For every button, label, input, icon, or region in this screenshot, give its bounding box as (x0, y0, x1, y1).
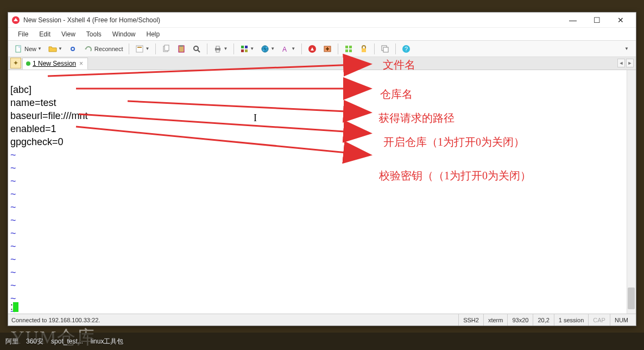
status-dot-icon (26, 61, 30, 66)
menu-help[interactable]: Help (141, 29, 166, 40)
scrollbar[interactable] (627, 70, 636, 314)
terminal-content: [abc] name=test baseurl=file:///mnt enab… (8, 70, 636, 314)
menu-tools[interactable]: Tools (81, 29, 107, 40)
tab-label: 1 New Session (33, 60, 76, 67)
svg-rect-23 (349, 46, 352, 48)
tile-icon (344, 45, 353, 53)
svg-rect-25 (349, 49, 352, 52)
taskbar-item[interactable]: spot_test... (51, 338, 83, 345)
terminal[interactable]: [abc] name=test baseurl=file:///mnt enab… (8, 70, 636, 314)
svg-rect-3 (136, 46, 143, 52)
print-button[interactable]: ▼ (211, 43, 230, 55)
term-tilde: ~ (10, 202, 16, 212)
copy-icon (162, 45, 171, 53)
reconnect-button[interactable]: Reconnect (81, 43, 126, 55)
paste-icon (177, 45, 186, 53)
svg-rect-2 (18, 46, 21, 48)
svg-rect-15 (245, 46, 248, 48)
tile-button[interactable] (342, 43, 356, 55)
session-tab[interactable]: 1 New Session × (22, 58, 88, 70)
color-icon (240, 45, 249, 53)
menu-view[interactable]: View (56, 29, 81, 40)
status-size: 93x20 (507, 314, 533, 326)
term-line: name=test (10, 97, 56, 108)
toolbar-separator (395, 43, 396, 54)
menu-file[interactable]: File (12, 29, 34, 40)
globe-icon (261, 45, 269, 53)
tab-scroll-left[interactable]: ◄ (617, 59, 625, 67)
menu-window[interactable]: Window (107, 29, 141, 40)
new-button[interactable]: New ▼ (11, 43, 45, 55)
xshell-button[interactable] (305, 43, 319, 55)
toolbar-separator (374, 43, 375, 54)
reconnect-label: Reconnect (94, 46, 123, 52)
svg-rect-26 (362, 48, 366, 52)
svg-rect-8 (180, 45, 183, 47)
printer-icon (213, 45, 222, 53)
search-icon (192, 45, 201, 53)
svg-rect-24 (345, 49, 348, 52)
term-line: gpgcheck=0 (10, 136, 64, 147)
svg-point-9 (194, 46, 198, 51)
toolbar-separator (301, 43, 302, 54)
close-button[interactable]: ✕ (609, 12, 633, 28)
toolbar-separator (207, 43, 207, 54)
term-tilde: ~ (10, 189, 16, 199)
font-button[interactable]: A▼ (279, 43, 298, 55)
taskbar-item[interactable]: 阿里 (5, 337, 18, 346)
menubar: File Edit View Tools Window Help (8, 28, 636, 41)
help-icon: ? (402, 45, 411, 53)
svg-rect-13 (216, 50, 219, 52)
titlebar: New Session - Xshell 4 (Free for Home/Sc… (8, 12, 636, 28)
color-button[interactable]: ▼ (237, 43, 257, 55)
window-title: New Session - Xshell 4 (Free for Home/Sc… (23, 16, 561, 24)
svg-text:?: ? (405, 46, 408, 52)
status-cap: CAP (588, 314, 610, 326)
term-tilde: ~ (10, 241, 16, 252)
menu-edit[interactable]: Edit (34, 29, 56, 40)
cascade-button[interactable] (378, 43, 392, 55)
reconnect-icon (84, 45, 93, 53)
find-button[interactable] (190, 43, 204, 55)
xftp-button[interactable] (320, 43, 334, 55)
status-connected: Connected to 192.168.100.33:22. (11, 317, 100, 323)
term-line: enabled=1 (10, 123, 56, 134)
properties-button[interactable]: ▼ (132, 43, 152, 55)
scrollbar-thumb[interactable] (628, 288, 635, 309)
tab-scroll-right[interactable]: ► (626, 59, 634, 67)
new-button-label: New (24, 46, 36, 52)
paste-button[interactable] (174, 43, 188, 55)
svg-rect-14 (241, 46, 244, 48)
status-pos: 20,2 (533, 314, 553, 326)
add-tab-button[interactable]: ✦ (10, 58, 21, 68)
minimize-button[interactable]: — (561, 12, 585, 28)
help-button[interactable]: ? (399, 43, 413, 55)
copy-button[interactable] (159, 43, 173, 55)
link-icon (69, 45, 78, 53)
term-tilde: ~ (10, 228, 16, 239)
svg-text:A: A (282, 46, 287, 53)
open-button[interactable]: ▼ (46, 43, 65, 55)
svg-line-10 (198, 50, 200, 52)
link-button[interactable] (66, 43, 80, 55)
svg-rect-6 (165, 45, 169, 51)
toolbar-separator (338, 43, 338, 54)
tab-close-button[interactable]: × (78, 60, 84, 67)
toolbar-overflow[interactable]: ▼ (621, 43, 633, 55)
term-tilde: ~ (10, 149, 16, 160)
maximize-button[interactable]: ☐ (585, 12, 609, 28)
statusbar: Connected to 192.168.100.33:22. SSH2 xte… (8, 314, 636, 326)
taskbar-item[interactable]: linux工具包 (91, 337, 124, 346)
term-tilde: ~ (10, 254, 16, 265)
term-tilde: ~ (10, 267, 16, 278)
folder-open-icon (48, 45, 57, 53)
toolbar-separator (233, 43, 234, 54)
taskbar-item[interactable]: 360安 (26, 337, 43, 346)
lock-icon (359, 45, 368, 53)
svg-rect-22 (345, 46, 348, 48)
lock-button[interactable] (357, 43, 371, 55)
encoding-button[interactable]: ▼ (258, 43, 277, 55)
command-line: : (10, 301, 18, 312)
font-icon: A (281, 45, 290, 53)
svg-rect-17 (245, 49, 248, 52)
